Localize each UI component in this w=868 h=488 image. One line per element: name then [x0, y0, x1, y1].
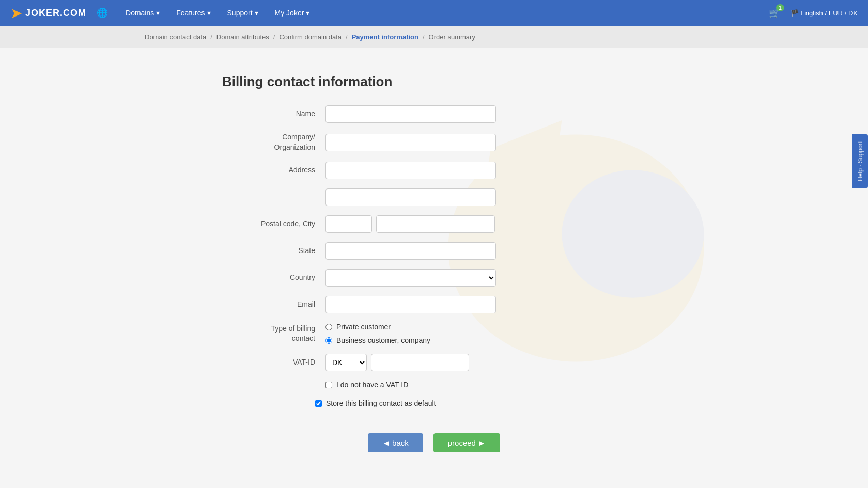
address-input-1[interactable] — [326, 162, 496, 179]
no-vat-row: I do not have a VAT ID — [326, 381, 646, 389]
state-row: State — [222, 242, 646, 260]
vat-row: VAT-ID DK DE GB FR — [222, 354, 646, 371]
store-default-row: Store this billing contact as default — [315, 399, 646, 407]
radio-business[interactable]: Business customer, company — [326, 336, 430, 344]
breadcrumb-confirm-domain[interactable]: Confirm domain data — [279, 33, 342, 41]
company-input[interactable] — [326, 134, 496, 151]
name-label: Name — [222, 109, 326, 119]
postal-row: Postal code, City — [222, 215, 646, 233]
no-vat-checkbox[interactable] — [326, 382, 332, 388]
page-title: Billing contact information — [222, 74, 646, 90]
postal-city-group — [326, 215, 495, 233]
joker-logo-icon: ➤ — [10, 5, 22, 22]
nav-item-features[interactable]: Features ▾ — [169, 5, 218, 21]
email-label: Email — [222, 300, 326, 310]
nav-item-myjoker[interactable]: My Joker ▾ — [268, 5, 317, 21]
flag-icon: 🏴 — [791, 9, 799, 17]
postal-label: Postal code, City — [222, 219, 326, 229]
language-selector[interactable]: 🏴 English / EUR / DK — [791, 9, 858, 17]
button-row: ◄ back proceed ► — [222, 433, 646, 452]
breadcrumb-sep-2: / — [273, 33, 275, 41]
main-content: Billing contact information Name Company… — [202, 64, 667, 483]
nav-right: 🛒 1 🏴 English / EUR / DK — [769, 7, 858, 19]
email-row: Email — [222, 296, 646, 313]
company-label: Company/Organization — [222, 132, 326, 152]
country-row: Country Denmark Germany United States Un… — [222, 269, 646, 287]
breadcrumb-sep-4: / — [423, 33, 425, 41]
email-input[interactable] — [326, 296, 496, 313]
chevron-down-icon: ▾ — [207, 9, 211, 17]
nav-items: Domains ▾ Features ▾ Support ▾ My Joker … — [118, 5, 769, 21]
country-label: Country — [222, 273, 326, 283]
breadcrumb-sep-3: / — [346, 33, 348, 41]
breadcrumb-domain-contact[interactable]: Domain contact data — [145, 33, 206, 41]
brand[interactable]: ➤ JOKER.COM — [10, 5, 86, 22]
help-support-tab[interactable]: Help · Support — [853, 134, 868, 188]
breadcrumb-payment-info[interactable]: Payment information — [352, 33, 419, 41]
brand-name: JOKER.COM — [25, 8, 86, 19]
nav-item-support[interactable]: Support ▾ — [220, 5, 266, 21]
globe-icon: 🌐 — [97, 7, 108, 19]
billing-type-label: Type of billingcontact — [222, 324, 326, 344]
billing-form: Name Company/Organization Address Postal… — [222, 105, 646, 407]
address-row-1: Address — [222, 162, 646, 179]
radio-business-label: Business customer, company — [336, 336, 430, 344]
radio-private[interactable]: Private customer — [326, 323, 430, 331]
navbar: ➤ JOKER.COM 🌐 Domains ▾ Features ▾ Suppo… — [0, 0, 868, 26]
chevron-down-icon: ▾ — [255, 9, 258, 17]
address-row-2 — [222, 188, 646, 206]
name-row: Name — [222, 105, 646, 123]
cart-icon[interactable]: 🛒 1 — [769, 7, 780, 19]
back-label: back — [392, 438, 409, 447]
nav-item-domains[interactable]: Domains ▾ — [118, 5, 167, 21]
store-default-label: Store this billing contact as default — [326, 399, 436, 407]
vat-group: DK DE GB FR — [326, 354, 469, 371]
company-row: Company/Organization — [222, 132, 646, 152]
cart-badge: 1 — [776, 4, 784, 11]
proceed-arrow-icon: ► — [478, 438, 486, 447]
vat-number-input[interactable] — [371, 354, 469, 371]
address-label: Address — [222, 165, 326, 176]
breadcrumb: Domain contact data / Domain attributes … — [0, 26, 868, 48]
country-select[interactable]: Denmark Germany United States United Kin… — [326, 269, 496, 287]
state-input[interactable] — [326, 242, 496, 260]
billing-type-radio-group: Private customer Business customer, comp… — [326, 323, 430, 344]
radio-business-input[interactable] — [326, 337, 332, 344]
radio-private-label: Private customer — [336, 323, 391, 331]
back-button[interactable]: ◄ back — [368, 433, 423, 452]
vat-label: VAT-ID — [222, 357, 326, 368]
state-label: State — [222, 246, 326, 256]
no-vat-label: I do not have a VAT ID — [336, 381, 408, 389]
name-input[interactable] — [326, 105, 496, 123]
chevron-down-icon: ▾ — [306, 9, 309, 17]
address-input-2[interactable] — [326, 188, 496, 206]
back-arrow-icon: ◄ — [382, 438, 390, 447]
radio-private-input[interactable] — [326, 324, 332, 330]
proceed-label: proceed — [448, 438, 476, 447]
breadcrumb-domain-attributes[interactable]: Domain attributes — [216, 33, 269, 41]
breadcrumb-order-summary[interactable]: Order summary — [429, 33, 475, 41]
breadcrumb-sep-1: / — [210, 33, 212, 41]
chevron-down-icon: ▾ — [156, 9, 160, 17]
vat-country-select[interactable]: DK DE GB FR — [326, 354, 367, 371]
postal-input[interactable] — [326, 215, 372, 233]
city-input[interactable] — [376, 215, 495, 233]
proceed-button[interactable]: proceed ► — [433, 433, 500, 452]
billing-type-row: Type of billingcontact Private customer … — [222, 323, 646, 344]
store-default-checkbox[interactable] — [315, 400, 322, 407]
